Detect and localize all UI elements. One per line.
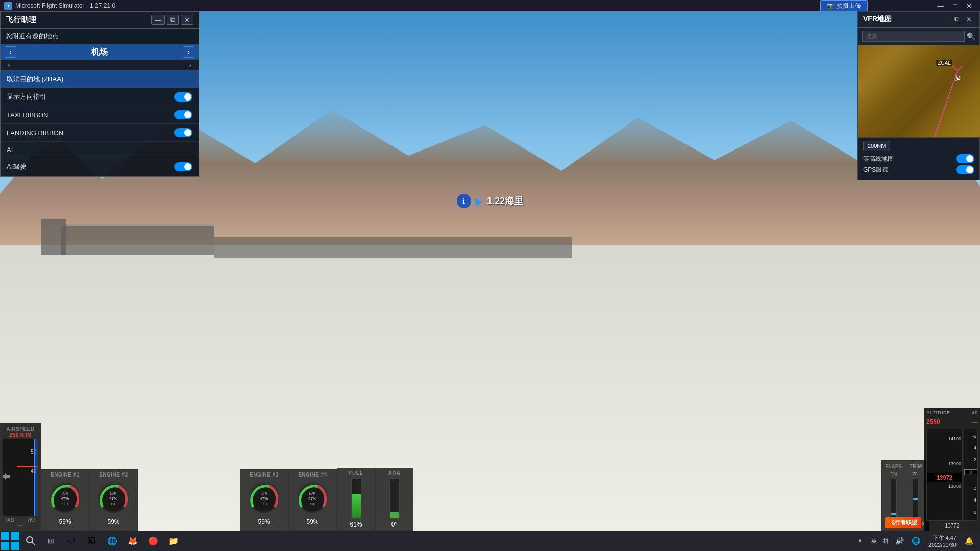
taskbar-start-button[interactable]: [0, 531, 20, 551]
svg-text:47%: 47%: [308, 496, 316, 501]
svg-text:LVR: LVR: [110, 492, 116, 495]
nearby-section: 您附近有趣的地点: [1, 29, 199, 44]
map-route-svg: [858, 45, 980, 137]
flaps-dn-label: DN: [890, 471, 897, 477]
settings-list: 显示方向指引 TAXI RIBBON LANDING RIBBON AI AI驾…: [1, 88, 199, 176]
flight-assist-minimize-button[interactable]: —: [151, 15, 165, 25]
vs-minus4: -4: [972, 445, 976, 450]
small-nav-row: ‹ ›: [1, 60, 199, 70]
ai-drive-toggle[interactable]: [174, 162, 192, 171]
flaps-label: FLAPS: [885, 464, 902, 469]
engine3-svg: LVR 47% 110: [248, 482, 281, 515]
taskbar-volume-icon[interactable]: 🔊: [893, 534, 907, 548]
sub-next-button[interactable]: ›: [186, 61, 194, 69]
engine4-title: ENGINE #4: [291, 472, 334, 478]
brand-watermark: 飞行者联盟: [885, 517, 921, 528]
app-icon: ✈: [4, 2, 12, 10]
vfr-minimize-button[interactable]: —: [938, 15, 950, 24]
close-app-button[interactable]: ✕: [962, 2, 976, 10]
taskbar-globe-button[interactable]: 🌐: [102, 531, 122, 551]
cancel-destination-row[interactable]: 取消目的地 (ZBAA): [1, 70, 199, 88]
vs-plus6: 6: [974, 510, 976, 515]
contour-toggle[interactable]: [956, 154, 974, 163]
engine2-title: ENGINE #2: [92, 472, 135, 478]
app-titlebar: ✈ Microsoft Flight Simulator - 1.27.21.0…: [0, 0, 980, 11]
taskbar-clock[interactable]: 下午 4:47 2022/10/30: [925, 533, 960, 549]
airspeed-tape: 50 40: [3, 439, 38, 516]
svg-text:LVR: LVR: [260, 492, 267, 495]
upload-button[interactable]: 📷 拍摄上传: [820, 0, 868, 11]
gps-label: GPS跟踪: [863, 166, 888, 174]
upload-icon: 📷: [827, 2, 835, 9]
vfr-scale-button[interactable]: 200NM: [863, 141, 890, 151]
windows-logo-icon: [0, 531, 20, 551]
taskbar-time: 下午 4:47: [928, 534, 957, 542]
svg-rect-19: [1, 532, 9, 540]
taskbar-right-section: ∧ 英 拼 🔊 🌐 下午 4:47 2022/10/30 🔔: [853, 533, 980, 549]
taxi-toggle[interactable]: [174, 110, 192, 119]
engine2-gauge: LVR 47% 110: [92, 478, 135, 518]
vfr-header: VFR地图 — ⧉ ✕: [858, 12, 979, 28]
airport-next-button[interactable]: ›: [183, 46, 194, 58]
svg-text:110: 110: [261, 502, 267, 506]
taskbar-network-icon[interactable]: 🌐: [909, 534, 923, 548]
gps-toggle[interactable]: [956, 165, 974, 174]
vfr-restore-button[interactable]: ⧉: [952, 15, 962, 24]
vfr-map-panel: VFR地图 — ⧉ ✕ 🔍 ZUAL ✈ 200NM 等高线地图: [857, 11, 980, 180]
alt-tape-13800: 13800: [948, 484, 961, 489]
alt-tape-strip: 14100 13900 13800 13972: [926, 429, 963, 521]
landing-label: LANDING RIBBON: [7, 129, 63, 137]
taskbar-folder-button[interactable]: 📁: [163, 531, 184, 551]
vfr-title: VFR地图: [863, 15, 892, 24]
svg-text:47%: 47%: [109, 496, 117, 501]
direction-toggle[interactable]: [174, 92, 192, 102]
engine3-title: ENGINE #3: [242, 472, 286, 478]
taskbar-gallery-button[interactable]: 🖼: [82, 531, 102, 551]
landing-toggle[interactable]: [174, 128, 192, 137]
vs-minus2: -2: [972, 457, 976, 462]
flight-assist-close-button[interactable]: ✕: [181, 15, 193, 25]
vfr-bottom: 200NM 等高线地图 GPS跟踪: [858, 137, 979, 180]
svg-point-23: [27, 537, 33, 543]
taskbar-notification-button[interactable]: 🔔: [962, 534, 976, 548]
alt-tape-panel: ALTITUDE VS 2580 --- 14100 13900 13800 1…: [924, 408, 980, 531]
engine1-pct: 59%: [43, 518, 87, 525]
altitude-value: 2580: [926, 418, 940, 425]
svg-text:47%: 47%: [61, 496, 69, 501]
taskbar-lang-label: 英: [869, 537, 879, 545]
instrument-spacer: [138, 469, 240, 531]
svg-text:LVR: LVR: [61, 492, 68, 495]
airport-nav-row: ‹ 机场 ›: [1, 44, 199, 60]
vs-current-value: 0: [969, 470, 972, 475]
sub-prev-button[interactable]: ‹: [5, 61, 13, 69]
vs-minus6: -6: [972, 434, 976, 439]
fuel-panel: FUEL 61%: [337, 468, 375, 531]
vfr-map-area[interactable]: ZUAL ✈: [858, 45, 980, 137]
airspeed-value: 250 KTS: [3, 432, 38, 438]
flight-assist-restore-button[interactable]: ⧉: [167, 15, 179, 25]
taskbar-search-button[interactable]: [20, 531, 41, 551]
vfr-search-input[interactable]: [862, 31, 965, 42]
taskbar-browser1-button[interactable]: 🦊: [122, 531, 143, 551]
maximize-app-button[interactable]: □: [949, 2, 961, 10]
alt-value-row: 2580 ---: [926, 418, 978, 425]
airspeed-title: AIRSPEED: [3, 426, 38, 432]
upload-label: 拍摄上传: [837, 2, 861, 10]
airport-prev-button[interactable]: ‹: [5, 46, 16, 58]
terminal-building: [61, 224, 214, 255]
taskbar-taskview-button[interactable]: ⊞: [41, 531, 61, 551]
fuel-pct: 61%: [339, 521, 373, 528]
alt-title-row: ALTITUDE VS: [926, 410, 978, 416]
taskbar-expand-tray-button[interactable]: ∧: [853, 534, 867, 548]
fuel-bar-fill: [352, 494, 361, 518]
engine4-gauge: LVR 47% 110: [291, 478, 334, 518]
engine1-panel: ENGINE #1 LVR 47% 110 59%: [41, 469, 89, 531]
minimize-app-button[interactable]: —: [933, 2, 948, 10]
tas-dashes: ---: [3, 523, 38, 528]
taskbar-shield-button[interactable]: 🛡: [61, 531, 82, 551]
vfr-close-button[interactable]: ✕: [964, 15, 974, 24]
fuel-bar-container: [351, 478, 361, 519]
aoa-fill: [390, 512, 399, 518]
search-icon: [26, 536, 36, 546]
taskbar-chrome-button[interactable]: 🔴: [143, 531, 163, 551]
